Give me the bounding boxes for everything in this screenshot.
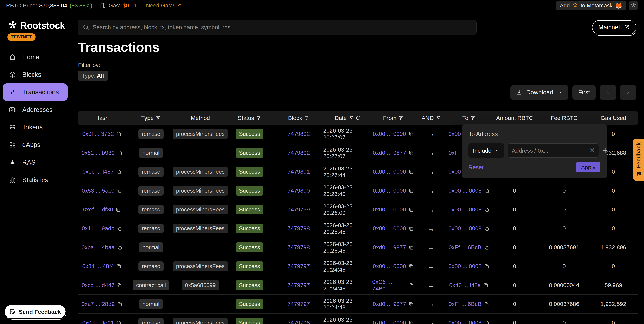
reset-filter-link[interactable]: Reset <box>468 164 484 170</box>
clear-input-icon[interactable]: ✕ <box>586 147 595 154</box>
from-address-link[interactable]: 0x00 ... 0000 <box>373 130 406 137</box>
from-address-link[interactable]: 0x00 ... 0000 <box>373 263 406 270</box>
add-filter-icon[interactable]: + <box>602 146 608 155</box>
copy-icon[interactable] <box>484 264 490 269</box>
filter-funnel-icon[interactable] <box>470 116 476 120</box>
from-address-link[interactable]: 0x00 ... 0000 <box>373 206 406 213</box>
from-address-link[interactable]: 0xd0 ... 9877 <box>373 244 406 250</box>
tx-hash-link[interactable]: 0x53 ... 5ac0 <box>82 187 114 194</box>
from-address-link[interactable]: 0xd0 ... 9877 <box>373 150 406 156</box>
address-filter-input[interactable] <box>512 147 586 154</box>
search-input[interactable] <box>93 24 472 30</box>
copy-icon[interactable] <box>408 150 414 156</box>
tx-hash-link[interactable]: 0x34 ... 48f4 <box>82 263 114 270</box>
copy-icon[interactable] <box>116 320 122 324</box>
tx-hash-link[interactable]: 0xcd ... d447 <box>82 282 114 288</box>
copy-icon[interactable] <box>408 207 414 212</box>
block-link[interactable]: 7479802 <box>288 150 310 156</box>
block-link[interactable]: 7479801 <box>288 168 310 175</box>
need-gas-link[interactable]: Need Gas? <box>146 2 182 9</box>
copy-icon[interactable] <box>484 320 490 324</box>
copy-icon[interactable] <box>408 226 414 231</box>
to-address-link[interactable]: 0x00 ... 0008 <box>448 263 482 270</box>
copy-icon[interactable] <box>116 169 122 174</box>
sidebar-item-statistics[interactable]: Statistics <box>3 171 68 189</box>
search-bar[interactable] <box>78 20 476 35</box>
sidebar-item-addresses[interactable]: Addresses <box>3 101 68 118</box>
tx-hash-link[interactable]: 0xba ... 4baa <box>82 244 115 250</box>
block-link[interactable]: 7479799 <box>288 206 310 213</box>
block-link[interactable]: 7479798 <box>288 244 310 250</box>
first-page-button[interactable]: First <box>572 85 596 100</box>
copy-icon[interactable] <box>116 131 122 137</box>
copy-icon[interactable] <box>408 188 414 194</box>
sidebar-item-blocks[interactable]: Blocks <box>3 66 68 83</box>
sidebar-item-home[interactable]: Home <box>3 48 68 66</box>
to-address-link[interactable]: 0x00 ... 0008 <box>448 206 482 213</box>
copy-icon[interactable] <box>117 282 122 288</box>
to-address-link[interactable]: 0xFf ... 6BcB <box>448 244 482 250</box>
block-link[interactable]: 7479797 <box>288 301 310 307</box>
copy-icon[interactable] <box>408 245 414 250</box>
to-address-link[interactable]: 0x00 ... 0008 <box>448 187 482 194</box>
sidebar-item-ras[interactable]: RAS <box>3 154 68 171</box>
network-switch-button[interactable]: Mainnet <box>592 20 636 34</box>
copy-icon[interactable] <box>117 150 122 156</box>
to-address-link[interactable]: 0xFf ... 6BcB <box>448 301 482 307</box>
tx-hash-link[interactable]: 0x11 ... 9adb <box>82 225 114 232</box>
sidebar-item-transactions[interactable]: Transactions <box>3 83 68 101</box>
from-address-link[interactable]: 0xd0 ... 9877 <box>373 301 406 307</box>
copy-icon[interactable] <box>117 188 122 194</box>
sidebar-item-dapps[interactable]: dApps <box>3 136 68 154</box>
block-link[interactable]: 7479798 <box>288 225 310 232</box>
tx-hash-link[interactable]: 0xef ... df30 <box>83 206 113 213</box>
block-link[interactable]: 7479797 <box>288 263 310 270</box>
prev-page-button[interactable] <box>600 85 616 100</box>
download-button[interactable]: Download <box>510 85 568 100</box>
feedback-tab[interactable]: Feedback <box>633 139 644 180</box>
sidebar-item-tokens[interactable]: Tokens <box>3 118 68 136</box>
copy-icon[interactable] <box>483 282 488 288</box>
copy-icon[interactable] <box>116 207 121 212</box>
to-address-link[interactable]: 0x46 ... f48a <box>449 282 481 288</box>
filter-funnel-icon[interactable] <box>156 116 161 120</box>
copy-icon[interactable] <box>484 207 490 212</box>
copy-icon[interactable] <box>409 282 414 288</box>
block-link[interactable]: 7479802 <box>288 130 310 137</box>
clock-icon[interactable] <box>356 116 361 120</box>
copy-icon[interactable] <box>408 169 414 174</box>
next-page-button[interactable] <box>620 85 636 100</box>
copy-icon[interactable] <box>408 320 414 324</box>
tx-hash-link[interactable]: 0xec ... f487 <box>82 168 114 175</box>
copy-icon[interactable] <box>116 264 122 269</box>
copy-icon[interactable] <box>484 226 490 231</box>
brand[interactable]: Rootstock <box>0 11 70 31</box>
block-link[interactable]: 7479800 <box>288 187 310 194</box>
copy-icon[interactable] <box>408 302 414 307</box>
copy-icon[interactable] <box>117 226 122 231</box>
tx-hash-link[interactable]: 0x0d ... fe91 <box>82 320 114 324</box>
rootstock-wallet-button[interactable] <box>629 1 638 10</box>
from-address-link[interactable]: 0x00 ... 0000 <box>373 320 406 324</box>
block-link[interactable]: 7479796 <box>288 320 310 324</box>
from-address-link[interactable]: 0x00 ... 0000 <box>373 168 406 175</box>
copy-icon[interactable] <box>117 245 122 250</box>
apply-filter-button[interactable]: Apply <box>576 162 600 172</box>
to-address-link[interactable]: 0x00 ... 0008 <box>448 225 482 232</box>
send-feedback-button[interactable]: Send Feedback <box>5 305 66 318</box>
block-link[interactable]: 7479797 <box>288 282 310 288</box>
copy-icon[interactable] <box>484 188 490 194</box>
copy-icon[interactable] <box>117 302 122 307</box>
include-mode-dropdown[interactable]: Include <box>468 144 504 158</box>
tx-hash-link[interactable]: 0x9f ... 3732 <box>82 130 114 137</box>
copy-icon[interactable] <box>484 302 489 307</box>
tx-hash-link[interactable]: 0x62 ... b930 <box>82 150 115 156</box>
copy-icon[interactable] <box>408 131 414 137</box>
copy-icon[interactable] <box>484 245 489 250</box>
from-address-link[interactable]: 0x00 ... 0000 <box>373 187 406 194</box>
filter-funnel-icon[interactable] <box>398 116 404 120</box>
filter-funnel-icon[interactable] <box>256 116 261 120</box>
to-address-link[interactable]: 0x00 ... 0008 <box>448 320 482 324</box>
copy-icon[interactable] <box>408 264 414 269</box>
from-address-link[interactable]: 0x00 ... 0000 <box>373 225 406 232</box>
